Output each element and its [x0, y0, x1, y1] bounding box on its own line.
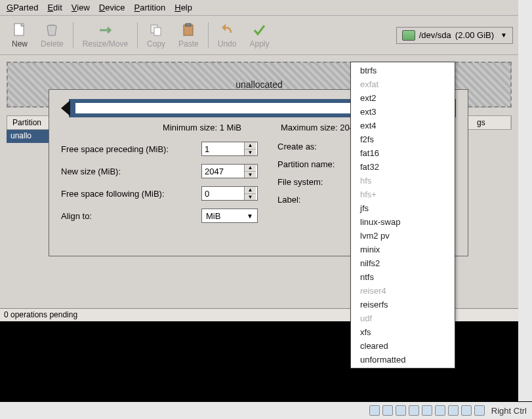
svg-rect-5: [186, 24, 191, 26]
window-edge: [518, 0, 532, 401]
svg-rect-3: [154, 28, 161, 35]
undo-icon: [219, 22, 235, 38]
fs-option-nilfs2[interactable]: nilfs2: [351, 256, 455, 270]
chevron-down-icon: ▼: [501, 31, 507, 39]
vm-optical-icon[interactable]: [382, 405, 393, 416]
fs-option-udf: udf: [351, 311, 455, 325]
align-to-select[interactable]: MiB ▼: [201, 209, 258, 223]
free-following-input[interactable]: ▲▼: [201, 186, 258, 201]
new-size-field[interactable]: [202, 165, 244, 178]
fs-option-xfs[interactable]: xfs: [351, 325, 455, 339]
fs-option-f2fs[interactable]: f2fs: [351, 132, 455, 146]
fs-option-fat16[interactable]: fat16: [351, 146, 455, 160]
fs-option-jfs[interactable]: jfs: [351, 201, 455, 215]
min-size-label: Minimum size: 1 MiB: [163, 123, 241, 132]
copy-button: Copy: [140, 21, 172, 50]
file-system-label: File system:: [277, 177, 323, 187]
spin-down-icon[interactable]: ▼: [245, 172, 256, 178]
vm-statusbar: Right Ctrl: [0, 402, 532, 419]
menu-gparted[interactable]: GParted: [7, 3, 38, 12]
new-button[interactable]: New: [5, 21, 34, 50]
free-preceding-field[interactable]: [202, 142, 244, 155]
copy-icon: [148, 22, 164, 38]
free-following-field[interactable]: [202, 187, 244, 200]
vm-cpu-icon[interactable]: [461, 405, 472, 416]
apply-label: Apply: [249, 39, 269, 49]
free-preceding-label: Free space preceding (MiB):: [61, 144, 169, 154]
filesystem-dropdown[interactable]: btrfsexfatext2ext3ext4f2fsfat16fat32hfsh…: [350, 62, 455, 369]
fs-option-reiser4: reiser4: [351, 284, 455, 298]
vm-hdd-icon[interactable]: [369, 405, 380, 416]
copy-label: Copy: [147, 39, 165, 49]
free-following-label: Free space following (MiB):: [61, 189, 165, 199]
fs-option-fat32[interactable]: fat32: [351, 160, 455, 174]
disk-icon: [402, 30, 415, 41]
new-size-input[interactable]: ▲▼: [201, 164, 258, 178]
separator: [137, 22, 138, 49]
status-text: 0 operations pending: [4, 310, 77, 319]
spin-down-icon[interactable]: ▼: [245, 150, 256, 156]
device-path: /dev/sda: [419, 30, 451, 40]
vm-shared-icon[interactable]: [409, 405, 419, 416]
paste-label: Paste: [178, 39, 199, 49]
vm-network-icon[interactable]: [448, 405, 459, 416]
fs-option-hfs: hfs+: [351, 188, 455, 201]
spin-up-icon[interactable]: ▲: [245, 142, 256, 150]
device-size: (2.00 GiB): [455, 30, 494, 40]
spin-down-icon[interactable]: ▼: [245, 194, 256, 201]
menubar: GParted Edit View Device Partition Help: [0, 0, 518, 16]
vm-usb-icon[interactable]: [396, 405, 406, 416]
align-value: MiB: [206, 211, 220, 221]
new-label: New: [12, 39, 28, 49]
table-row[interactable]: unallo: [7, 130, 49, 143]
chevron-down-icon: ▼: [247, 212, 253, 220]
menu-device[interactable]: Device: [99, 3, 125, 12]
label-label: Label:: [277, 195, 300, 205]
new-size-label: New size (MiB):: [61, 167, 121, 176]
fs-option-reiserfs[interactable]: reiserfs: [351, 298, 455, 311]
unallocated-label: unallocated: [235, 79, 283, 90]
slider-handle-left[interactable]: [61, 100, 70, 116]
fs-option-minix[interactable]: minix: [351, 243, 455, 256]
vm-mouse-icon[interactable]: [474, 405, 485, 416]
fs-option-btrfs[interactable]: btrfs: [351, 64, 455, 77]
trash-icon: [44, 22, 60, 38]
toolbar: New Delete Resize/Move Copy Paste Undo A…: [0, 16, 518, 55]
undo-label: Undo: [218, 39, 237, 49]
delete-label: Delete: [41, 39, 64, 49]
device-selector[interactable]: /dev/sda (2.00 GiB) ▼: [396, 27, 513, 44]
free-preceding-input[interactable]: ▲▼: [201, 142, 258, 156]
spin-up-icon[interactable]: ▲: [245, 187, 256, 194]
align-to-label: Align to:: [61, 211, 92, 221]
fs-option-ext4[interactable]: ext4: [351, 119, 455, 132]
col-partition[interactable]: Partition: [7, 117, 49, 129]
fs-option-cleared[interactable]: cleared: [351, 339, 455, 353]
apply-button: Apply: [243, 21, 276, 50]
menu-edit[interactable]: Edit: [47, 3, 62, 12]
max-size-label: Maximum size: 204: [281, 123, 354, 132]
menu-help[interactable]: Help: [174, 3, 192, 12]
menu-view[interactable]: View: [72, 3, 90, 12]
paste-icon: [180, 22, 196, 38]
paste-button: Paste: [172, 21, 205, 50]
col-flags[interactable]: gs: [472, 117, 511, 129]
fs-option-ext3[interactable]: ext3: [351, 105, 455, 119]
fs-option-ntfs[interactable]: ntfs: [351, 270, 455, 284]
partition-name-label: Partition name:: [277, 159, 335, 169]
delete-button: Delete: [34, 21, 70, 50]
fs-option-hfs: hfs: [351, 174, 455, 188]
resize-icon: [97, 22, 113, 38]
vm-display-icon[interactable]: [422, 405, 432, 416]
fs-option-lvm2pv[interactable]: lvm2 pv: [351, 229, 455, 243]
fs-option-unformatted[interactable]: unformatted: [351, 353, 455, 367]
resize-label: Resize/Move: [83, 39, 128, 49]
spin-up-icon[interactable]: ▲: [245, 165, 256, 172]
new-icon: [12, 22, 28, 38]
separator: [73, 22, 73, 49]
create-as-label: Create as:: [277, 142, 317, 151]
vm-recording-icon[interactable]: [435, 405, 445, 416]
vm-host-key: Right Ctrl: [491, 406, 527, 416]
menu-partition[interactable]: Partition: [134, 3, 166, 12]
fs-option-ext2[interactable]: ext2: [351, 91, 455, 105]
fs-option-linuxswap[interactable]: linux-swap: [351, 215, 455, 229]
